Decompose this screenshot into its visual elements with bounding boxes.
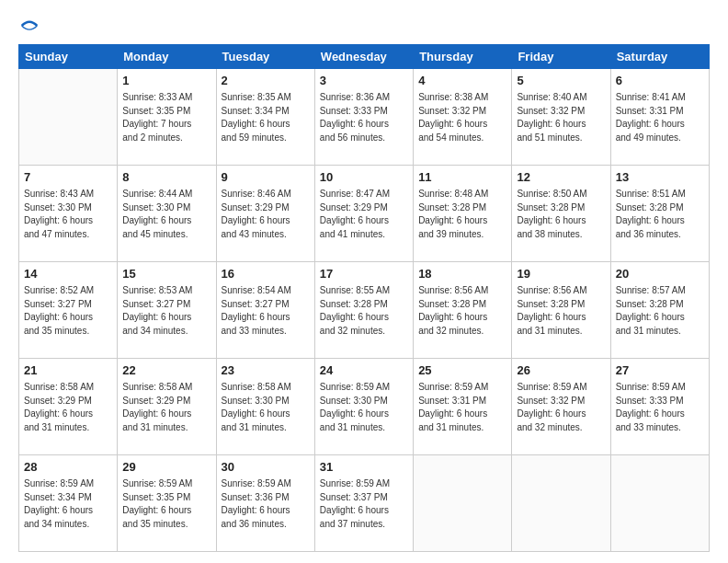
day-info: Sunrise: 8:59 AM Sunset: 3:37 PM Dayligh… <box>320 477 408 531</box>
calendar-cell: 8Sunrise: 8:44 AM Sunset: 3:30 PM Daylig… <box>118 166 216 262</box>
logo <box>18 17 39 35</box>
day-number: 30 <box>222 459 310 476</box>
calendar-cell: 24Sunrise: 8:59 AM Sunset: 3:30 PM Dayli… <box>314 359 413 455</box>
calendar-cell: 3Sunrise: 8:36 AM Sunset: 3:33 PM Daylig… <box>314 69 413 166</box>
day-info: Sunrise: 8:47 AM Sunset: 3:29 PM Dayligh… <box>320 188 408 241</box>
day-number: 25 <box>418 362 506 379</box>
day-info: Sunrise: 8:51 AM Sunset: 3:28 PM Dayligh… <box>616 188 704 241</box>
day-number: 21 <box>24 362 112 379</box>
day-info: Sunrise: 8:33 AM Sunset: 3:35 PM Dayligh… <box>122 91 210 144</box>
calendar-cell: 10Sunrise: 8:47 AM Sunset: 3:29 PM Dayli… <box>314 166 413 262</box>
day-number: 19 <box>517 266 605 282</box>
day-number: 27 <box>616 362 704 379</box>
day-number: 28 <box>24 459 112 476</box>
day-number: 10 <box>320 169 408 186</box>
calendar-cell: 23Sunrise: 8:58 AM Sunset: 3:30 PM Dayli… <box>216 359 314 455</box>
day-number: 8 <box>122 169 210 186</box>
calendar-cell: 17Sunrise: 8:55 AM Sunset: 3:28 PM Dayli… <box>314 262 413 359</box>
day-info: Sunrise: 8:59 AM Sunset: 3:33 PM Dayligh… <box>616 381 704 434</box>
logo-icon <box>20 17 39 35</box>
day-number: 7 <box>24 169 112 186</box>
day-info: Sunrise: 8:58 AM Sunset: 3:29 PM Dayligh… <box>122 381 210 434</box>
day-info: Sunrise: 8:56 AM Sunset: 3:28 PM Dayligh… <box>418 284 506 338</box>
calendar-cell: 1Sunrise: 8:33 AM Sunset: 3:35 PM Daylig… <box>118 69 216 166</box>
day-info: Sunrise: 8:40 AM Sunset: 3:32 PM Dayligh… <box>517 91 605 144</box>
day-number: 23 <box>222 362 310 379</box>
day-number: 6 <box>616 73 704 89</box>
weekday-header-thursday: Thursday <box>414 45 512 69</box>
day-number: 15 <box>122 266 210 282</box>
calendar-cell: 20Sunrise: 8:57 AM Sunset: 3:28 PM Dayli… <box>610 262 709 359</box>
calendar-table: SundayMondayTuesdayWednesdayThursdayFrid… <box>18 44 710 552</box>
day-number: 4 <box>418 73 506 89</box>
header-row: SundayMondayTuesdayWednesdayThursdayFrid… <box>19 45 710 69</box>
weekday-header-saturday: Saturday <box>610 45 709 69</box>
calendar-cell: 6Sunrise: 8:41 AM Sunset: 3:31 PM Daylig… <box>610 69 709 166</box>
calendar-cell: 21Sunrise: 8:58 AM Sunset: 3:29 PM Dayli… <box>19 359 118 455</box>
day-info: Sunrise: 8:59 AM Sunset: 3:31 PM Dayligh… <box>418 381 506 434</box>
calendar-cell: 18Sunrise: 8:56 AM Sunset: 3:28 PM Dayli… <box>414 262 512 359</box>
calendar-cell <box>512 455 610 552</box>
calendar-cell: 9Sunrise: 8:46 AM Sunset: 3:29 PM Daylig… <box>216 166 314 262</box>
day-info: Sunrise: 8:48 AM Sunset: 3:28 PM Dayligh… <box>418 188 506 241</box>
day-info: Sunrise: 8:54 AM Sunset: 3:27 PM Dayligh… <box>222 284 310 338</box>
calendar-cell: 28Sunrise: 8:59 AM Sunset: 3:34 PM Dayli… <box>19 455 118 552</box>
calendar-week-2: 7Sunrise: 8:43 AM Sunset: 3:30 PM Daylig… <box>19 166 710 262</box>
day-number: 24 <box>320 362 408 379</box>
calendar-cell: 7Sunrise: 8:43 AM Sunset: 3:30 PM Daylig… <box>19 166 118 262</box>
day-number: 31 <box>320 459 408 476</box>
day-info: Sunrise: 8:50 AM Sunset: 3:28 PM Dayligh… <box>517 188 605 241</box>
calendar-week-5: 28Sunrise: 8:59 AM Sunset: 3:34 PM Dayli… <box>19 455 710 552</box>
day-info: Sunrise: 8:58 AM Sunset: 3:30 PM Dayligh… <box>222 381 310 434</box>
calendar-cell: 27Sunrise: 8:59 AM Sunset: 3:33 PM Dayli… <box>610 359 709 455</box>
calendar-cell: 2Sunrise: 8:35 AM Sunset: 3:34 PM Daylig… <box>216 69 314 166</box>
day-number: 26 <box>517 362 605 379</box>
day-info: Sunrise: 8:52 AM Sunset: 3:27 PM Dayligh… <box>24 284 112 338</box>
calendar-cell: 11Sunrise: 8:48 AM Sunset: 3:28 PM Dayli… <box>414 166 512 262</box>
day-number: 16 <box>222 266 310 282</box>
calendar-cell <box>610 455 709 552</box>
day-info: Sunrise: 8:59 AM Sunset: 3:36 PM Dayligh… <box>222 477 310 531</box>
calendar-cell: 30Sunrise: 8:59 AM Sunset: 3:36 PM Dayli… <box>216 455 314 552</box>
day-number: 22 <box>122 362 210 379</box>
weekday-header-monday: Monday <box>118 45 216 69</box>
day-number: 12 <box>517 169 605 186</box>
calendar-week-3: 14Sunrise: 8:52 AM Sunset: 3:27 PM Dayli… <box>19 262 710 359</box>
day-info: Sunrise: 8:36 AM Sunset: 3:33 PM Dayligh… <box>320 91 408 144</box>
day-number: 5 <box>517 73 605 89</box>
calendar-cell: 4Sunrise: 8:38 AM Sunset: 3:32 PM Daylig… <box>414 69 512 166</box>
day-info: Sunrise: 8:58 AM Sunset: 3:29 PM Dayligh… <box>24 381 112 434</box>
day-info: Sunrise: 8:56 AM Sunset: 3:28 PM Dayligh… <box>517 284 605 338</box>
day-info: Sunrise: 8:55 AM Sunset: 3:28 PM Dayligh… <box>320 284 408 338</box>
calendar-cell: 16Sunrise: 8:54 AM Sunset: 3:27 PM Dayli… <box>216 262 314 359</box>
calendar-cell: 5Sunrise: 8:40 AM Sunset: 3:32 PM Daylig… <box>512 69 610 166</box>
day-number: 9 <box>222 169 310 186</box>
day-info: Sunrise: 8:53 AM Sunset: 3:27 PM Dayligh… <box>122 284 210 338</box>
day-number: 11 <box>418 169 506 186</box>
day-info: Sunrise: 8:59 AM Sunset: 3:32 PM Dayligh… <box>517 381 605 434</box>
weekday-header-friday: Friday <box>512 45 610 69</box>
day-number: 20 <box>616 266 704 282</box>
day-info: Sunrise: 8:41 AM Sunset: 3:31 PM Dayligh… <box>616 91 704 144</box>
day-number: 3 <box>320 73 408 89</box>
day-number: 17 <box>320 266 408 282</box>
day-info: Sunrise: 8:38 AM Sunset: 3:32 PM Dayligh… <box>418 91 506 144</box>
day-info: Sunrise: 8:59 AM Sunset: 3:30 PM Dayligh… <box>320 381 408 434</box>
weekday-header-wednesday: Wednesday <box>314 45 413 69</box>
calendar-week-1: 1Sunrise: 8:33 AM Sunset: 3:35 PM Daylig… <box>19 69 710 166</box>
calendar-cell: 25Sunrise: 8:59 AM Sunset: 3:31 PM Dayli… <box>414 359 512 455</box>
calendar-cell: 19Sunrise: 8:56 AM Sunset: 3:28 PM Dayli… <box>512 262 610 359</box>
day-info: Sunrise: 8:59 AM Sunset: 3:35 PM Dayligh… <box>122 477 210 531</box>
page: SundayMondayTuesdayWednesdayThursdayFrid… <box>0 0 728 563</box>
day-number: 2 <box>222 73 310 89</box>
day-info: Sunrise: 8:43 AM Sunset: 3:30 PM Dayligh… <box>24 188 112 241</box>
day-info: Sunrise: 8:57 AM Sunset: 3:28 PM Dayligh… <box>616 284 704 338</box>
day-number: 29 <box>122 459 210 476</box>
calendar-cell: 15Sunrise: 8:53 AM Sunset: 3:27 PM Dayli… <box>118 262 216 359</box>
day-number: 14 <box>24 266 112 282</box>
calendar-week-4: 21Sunrise: 8:58 AM Sunset: 3:29 PM Dayli… <box>19 359 710 455</box>
day-number: 13 <box>616 169 704 186</box>
day-info: Sunrise: 8:44 AM Sunset: 3:30 PM Dayligh… <box>122 188 210 241</box>
calendar-cell <box>19 69 118 166</box>
calendar-cell: 26Sunrise: 8:59 AM Sunset: 3:32 PM Dayli… <box>512 359 610 455</box>
